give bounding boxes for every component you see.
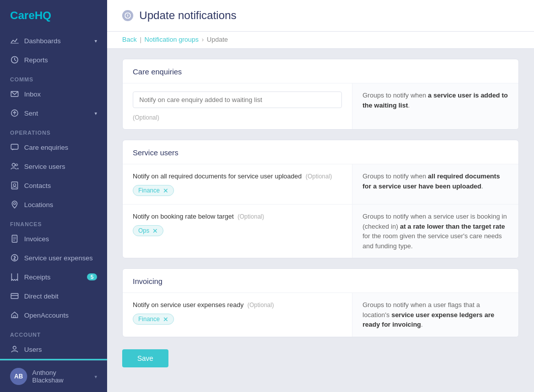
expenses-ready-right: Groups to notify when a user flags that … bbox=[352, 293, 518, 337]
breadcrumb-back[interactable]: Back bbox=[122, 36, 137, 43]
clock-icon bbox=[10, 55, 19, 64]
sidebar: CareHQ Dashboards ▾ Reports bbox=[0, 0, 107, 392]
finance-tag-1: Finance ✕ bbox=[133, 185, 174, 196]
finances-section-label: FINANCES bbox=[0, 214, 107, 229]
finance-tag-1-close[interactable]: ✕ bbox=[163, 187, 168, 194]
finance-tag-2-close[interactable]: ✕ bbox=[163, 316, 168, 323]
booking-rate-tags: Ops ✕ bbox=[133, 225, 342, 236]
user-icon bbox=[10, 345, 19, 354]
expenses-ready-label: Notify on service user expenses ready (O… bbox=[133, 301, 342, 309]
sidebar-item-open-accounts[interactable]: OpenAccounts bbox=[0, 306, 107, 325]
breadcrumb-notification-groups[interactable]: Notification groups bbox=[144, 36, 199, 43]
waiting-list-input[interactable] bbox=[133, 91, 342, 108]
service-users-section: Service users Notify on all required doc… bbox=[122, 140, 519, 258]
chart-icon bbox=[10, 36, 19, 45]
locations-label: Locations bbox=[24, 201, 97, 209]
required-docs-right: Groups to notify when all required docum… bbox=[352, 164, 518, 204]
waiting-list-right: Groups to notify when a service user is … bbox=[352, 83, 518, 129]
dashboards-arrow: ▾ bbox=[95, 38, 97, 44]
sidebar-item-contacts[interactable]: Contacts bbox=[0, 176, 107, 195]
dashboards-label: Dashboards bbox=[24, 37, 95, 45]
chat-icon bbox=[10, 143, 19, 152]
required-docs-tags: Finance ✕ bbox=[133, 185, 342, 196]
care-enquiries-section: Care enquiries (Optional) Groups to noti… bbox=[122, 59, 519, 130]
expenses-ready-row: Notify on service user expenses ready (O… bbox=[123, 293, 518, 337]
location-icon bbox=[10, 200, 19, 209]
svg-point-12 bbox=[14, 203, 16, 205]
service-users-title: Service users bbox=[123, 140, 518, 164]
logo-part2: HQ bbox=[35, 9, 51, 22]
ops-tag-close[interactable]: ✕ bbox=[152, 228, 158, 234]
debit-icon bbox=[10, 291, 19, 301]
expenses-ready-tags: Finance ✕ bbox=[133, 314, 342, 325]
svg-rect-18 bbox=[11, 293, 18, 299]
service-users-label: Service users bbox=[24, 163, 97, 170]
booking-rate-label: Notify on booking rate below target (Opt… bbox=[133, 213, 342, 220]
ops-tag: Ops ✕ bbox=[133, 225, 163, 236]
care-enquiries-label: Care enquiries bbox=[24, 144, 97, 151]
users-label: Users bbox=[24, 346, 97, 353]
svg-point-21 bbox=[13, 346, 16, 349]
sidebar-item-care-enquiries[interactable]: Care enquiries bbox=[0, 138, 107, 157]
page-header-icon bbox=[122, 10, 133, 21]
breadcrumb: Back | Notification groups › Update bbox=[107, 32, 534, 49]
svg-rect-7 bbox=[11, 144, 18, 149]
receipt-icon bbox=[10, 272, 19, 281]
logo-part1: Care bbox=[10, 9, 35, 22]
logo-text: CareHQ bbox=[10, 9, 51, 22]
receipts-badge: 5 bbox=[87, 273, 97, 280]
user-name: Anthony Blackshaw bbox=[32, 369, 95, 384]
sidebar-item-direct-debit[interactable]: Direct debit bbox=[0, 286, 107, 306]
sidebar-item-receipts[interactable]: Receipts 5 bbox=[0, 267, 107, 286]
expense-icon bbox=[10, 253, 19, 262]
svg-point-11 bbox=[14, 184, 16, 186]
booking-rate-right: Groups to notify when a service user is … bbox=[352, 205, 518, 258]
contacts-label: Contacts bbox=[24, 182, 97, 189]
care-enquiries-title: Care enquiries bbox=[123, 59, 518, 83]
booking-rate-left: Notify on booking rate below target (Opt… bbox=[123, 205, 352, 258]
waiting-list-optional: (Optional) bbox=[133, 114, 159, 121]
svg-point-9 bbox=[16, 164, 18, 166]
sidebar-item-inbox[interactable]: Inbox bbox=[0, 84, 107, 104]
invoicing-title: Invoicing bbox=[123, 269, 518, 293]
account-section-label: ACCOUNT bbox=[0, 325, 107, 340]
direct-debit-label: Direct debit bbox=[24, 292, 97, 300]
reports-label: Reports bbox=[24, 56, 97, 64]
sent-arrow: ▾ bbox=[95, 111, 97, 116]
svg-point-25 bbox=[127, 14, 128, 14]
sidebar-item-sent[interactable]: Sent ▾ bbox=[0, 104, 107, 123]
required-docs-label: Notify on all required documents for ser… bbox=[133, 172, 342, 180]
invoices-label: Invoices bbox=[24, 235, 97, 243]
main-content: Update notifications Back | Notification… bbox=[107, 0, 534, 392]
save-button[interactable]: Save bbox=[122, 349, 168, 367]
sidebar-item-reports[interactable]: Reports bbox=[0, 50, 107, 69]
contact-icon bbox=[10, 181, 19, 190]
save-button-container: Save bbox=[122, 347, 519, 367]
avatar: AB bbox=[10, 368, 27, 385]
service-user-expenses-label: Service user expenses bbox=[24, 254, 97, 262]
logo: CareHQ bbox=[0, 0, 107, 31]
sidebar-item-users[interactable]: Users bbox=[0, 340, 107, 359]
waiting-list-row: (Optional) Groups to notify when a servi… bbox=[123, 83, 518, 129]
required-docs-left: Notify on all required documents for ser… bbox=[123, 164, 352, 204]
inbox-icon bbox=[10, 89, 19, 99]
svg-point-8 bbox=[12, 163, 15, 166]
content-area: Care enquiries (Optional) Groups to noti… bbox=[107, 49, 534, 392]
sidebar-item-service-users[interactable]: Service users bbox=[0, 157, 107, 176]
open-accounts-label: OpenAccounts bbox=[24, 312, 97, 319]
svg-line-3 bbox=[15, 60, 16, 61]
expenses-ready-left: Notify on service user expenses ready (O… bbox=[123, 293, 352, 337]
sidebar-item-invoices[interactable]: Invoices bbox=[0, 229, 107, 248]
doc-icon bbox=[10, 234, 19, 243]
sent-icon bbox=[10, 109, 19, 118]
page-title: Update notifications bbox=[139, 9, 236, 22]
waiting-list-left: (Optional) bbox=[123, 83, 352, 129]
user-profile[interactable]: AB Anthony Blackshaw ▾ bbox=[0, 360, 107, 392]
sidebar-item-dashboards[interactable]: Dashboards ▾ bbox=[0, 31, 107, 50]
receipts-label: Receipts bbox=[24, 273, 87, 281]
booking-rate-row: Notify on booking rate below target (Opt… bbox=[123, 205, 518, 258]
sidebar-item-service-user-expenses[interactable]: Service user expenses bbox=[0, 248, 107, 267]
sidebar-item-locations[interactable]: Locations bbox=[0, 195, 107, 214]
footer-arrow: ▾ bbox=[95, 374, 97, 379]
sidebar-item-account[interactable]: Account bbox=[0, 359, 107, 360]
